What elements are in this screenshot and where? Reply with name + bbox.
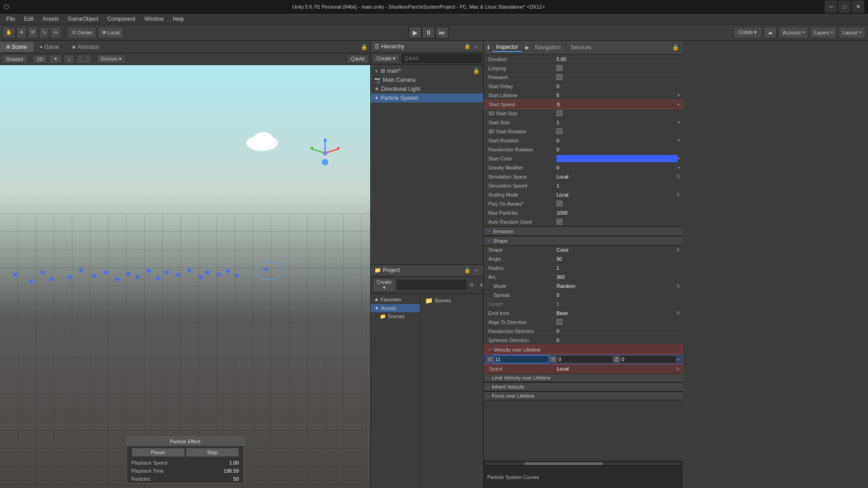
inspector-scrollbar[interactable]	[484, 461, 683, 465]
looping-checkbox[interactable]	[557, 65, 562, 71]
project-assets-sidebar[interactable]: ▼ Assets	[371, 304, 420, 312]
inspector-emission-section[interactable]: ✓ Emission	[484, 226, 683, 236]
pause-button[interactable]: Pause	[132, 448, 185, 457]
rotate-tool-button[interactable]: ↺	[28, 27, 38, 38]
menu-window[interactable]: Window	[140, 15, 168, 23]
scene-root[interactable]: ▼ ⊞ main* 🔒	[371, 66, 483, 75]
play-button[interactable]: ▶	[409, 27, 421, 38]
3d-start-size-checkbox[interactable]	[557, 110, 562, 116]
tab-inspector[interactable]: Inspector	[492, 43, 522, 52]
project-favorites[interactable]: ★ Favorites	[371, 296, 420, 304]
project-search-input[interactable]	[397, 280, 466, 289]
project-scenes-sidebar[interactable]: 📁 Scenes	[371, 312, 420, 321]
x-input[interactable]	[493, 355, 550, 363]
project-folder-scenes[interactable]: 📁 Scenes	[422, 296, 481, 305]
sun-button[interactable]: ☀	[49, 55, 62, 64]
project-menu-button[interactable]: ≡	[473, 267, 480, 274]
move-tool-button[interactable]: ✛	[16, 27, 27, 38]
scaling-mode-arrow[interactable]: ⇅	[676, 192, 680, 197]
menu-component[interactable]: Component	[103, 15, 140, 23]
scale-tool-button[interactable]: ⤡	[39, 27, 49, 38]
hand-tool-button[interactable]: ✋	[3, 27, 15, 38]
particle-panel-buttons: Pause Stop	[127, 446, 244, 459]
minimize-button[interactable]: ─	[825, 0, 837, 13]
y-input[interactable]	[557, 355, 613, 363]
inspector-limitvelocity-section[interactable]: – Limit Velocity over Lifetime	[484, 373, 683, 382]
menu-help[interactable]: Help	[168, 15, 189, 23]
hierarchy-item-particle-system[interactable]: ✦ Particle System	[371, 94, 483, 103]
auto-random-seed-checkbox[interactable]	[557, 219, 562, 225]
fx-button[interactable]: ⬛	[76, 55, 91, 64]
account-dropdown[interactable]: Account▾	[778, 27, 808, 38]
inspector-length-row: Length 5	[484, 300, 683, 309]
tab-navigation[interactable]: Navigation	[531, 43, 564, 52]
shading-dropdown[interactable]: Shaded	[2, 55, 27, 64]
tab-game[interactable]: ● Game	[33, 42, 66, 52]
viewport-canvas[interactable]: Z X Y < Persp Particle Effect Pause	[0, 65, 370, 488]
menu-file[interactable]: File	[2, 15, 19, 23]
mode-arrow[interactable]: ⇅	[676, 283, 680, 288]
project-tool-1[interactable]: ⊞	[468, 282, 476, 288]
start-lifetime-arrow[interactable]: ▾	[678, 93, 680, 98]
tab-animator[interactable]: ◉ Animator	[66, 42, 106, 52]
velocity-space-arrow[interactable]: ⇅	[676, 366, 679, 371]
start-speed-value[interactable]: 0	[557, 102, 677, 107]
play-on-awake-checkbox[interactable]	[557, 201, 562, 206]
stop-button[interactable]: Stop	[186, 448, 239, 457]
cloud-button[interactable]: ☁	[764, 27, 777, 38]
3d-start-rotation-checkbox[interactable]	[557, 128, 562, 134]
inspector-velocity-section[interactable]: ✓ Velocity over Lifetime	[484, 345, 683, 354]
layout-dropdown[interactable]: Layout▾	[839, 27, 865, 38]
layers-dropdown[interactable]: Layers▾	[810, 27, 837, 38]
hierarchy-search-input[interactable]	[401, 54, 481, 63]
rect-tool-button[interactable]: ▭	[50, 27, 61, 38]
simulation-space-arrow[interactable]: ⇅	[676, 174, 680, 179]
scrollbar-track[interactable]	[486, 462, 681, 465]
start-color-picker[interactable]	[557, 155, 678, 162]
inspector-forceoverlifetime-section[interactable]: – Force over Lifetime	[484, 391, 683, 400]
inspector-shape-section[interactable]: ✓ Shape	[484, 236, 683, 245]
gravity-modifier-arrow[interactable]: ▾	[678, 165, 680, 170]
start-size-arrow[interactable]: ▾	[678, 120, 680, 125]
prewarm-checkbox[interactable]	[557, 74, 562, 80]
mode-2d-button[interactable]: 2D	[33, 55, 47, 64]
particle	[104, 271, 108, 274]
inspector-lock-icon[interactable]: 🔒	[672, 44, 679, 51]
pause-button[interactable]: ⏸	[422, 27, 435, 38]
start-color-arrow[interactable]: ▾	[678, 156, 680, 161]
hierarchy-item-main-camera[interactable]: 📷 Main Camera	[371, 75, 483, 84]
emit-from-arrow[interactable]: ⇅	[676, 310, 680, 315]
scrollbar-thumb[interactable]	[524, 462, 603, 465]
viewport-lock-icon[interactable]: 🔒	[361, 44, 368, 50]
hierarchy-create-button[interactable]: Create ▾	[373, 54, 400, 63]
inspector-inheritvelocity-section[interactable]: – Inherit Velocity	[484, 382, 683, 391]
tab-services[interactable]: Services	[567, 43, 595, 52]
project-create-button[interactable]: Create ▾	[373, 278, 396, 292]
inspector-simulationspeed-row: Simulation Speed 1	[484, 181, 683, 190]
gizmos-dropdown[interactable]: Gizmos ▾	[97, 55, 126, 64]
pivot-center-button[interactable]: ⊙ Center	[68, 27, 96, 38]
align-to-direction-checkbox[interactable]	[557, 319, 562, 325]
project-lock-button[interactable]: 🔒	[462, 267, 472, 274]
start-rotation-arrow[interactable]: ▾	[678, 138, 680, 143]
audio-button[interactable]: ♪	[64, 55, 75, 64]
velocity-xyz-arrow[interactable]: ▾	[677, 357, 679, 362]
start-speed-arrow[interactable]: ▾	[677, 102, 679, 107]
z-input[interactable]	[620, 355, 676, 363]
tab-scene[interactable]: ⊞ Scene	[0, 42, 33, 52]
step-button[interactable]: ⏭	[436, 27, 448, 38]
maximize-button[interactable]: □	[838, 0, 851, 13]
hierarchy-lock-button[interactable]: 🔒	[462, 43, 472, 50]
shape-dropdown-arrow[interactable]: ⇅	[676, 247, 680, 252]
close-button[interactable]: ✕	[852, 0, 864, 13]
menu-gameobject[interactable]: GameObject	[63, 15, 103, 23]
pivot-local-button[interactable]: ⊕ Local	[98, 27, 123, 38]
hierarchy-menu-button[interactable]: ≡	[473, 43, 480, 50]
menu-edit[interactable]: Edit	[19, 15, 38, 23]
collab-button[interactable]: Collab ▾	[734, 27, 762, 38]
search-all-button[interactable]: Q⊕All	[347, 55, 368, 64]
shape-label: Shape	[493, 238, 508, 244]
inspector-content[interactable]: Duration 5.00 Looping Prewarm Start Dela…	[484, 55, 683, 461]
hierarchy-item-directional-light[interactable]: ☀ Directional Light	[371, 84, 483, 94]
menu-assets[interactable]: Assets	[38, 15, 63, 23]
